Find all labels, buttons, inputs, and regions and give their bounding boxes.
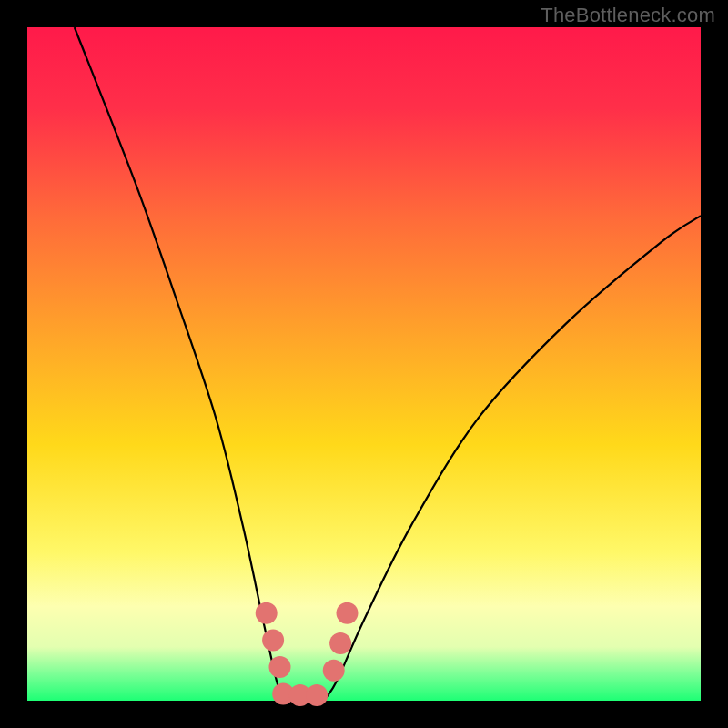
highlight-dot [262,629,284,651]
bottleneck-curve-chart [0,0,728,728]
highlight-dot [256,602,278,624]
highlight-dot [337,602,359,624]
highlight-dot [306,684,328,706]
highlight-dot [269,656,291,678]
highlight-dot [323,660,345,682]
chart-frame: { "watermark": "TheBottleneck.com", "cha… [0,0,728,728]
watermark-text: TheBottleneck.com [541,4,715,27]
plot-background [27,27,701,701]
highlight-dot [329,632,351,654]
